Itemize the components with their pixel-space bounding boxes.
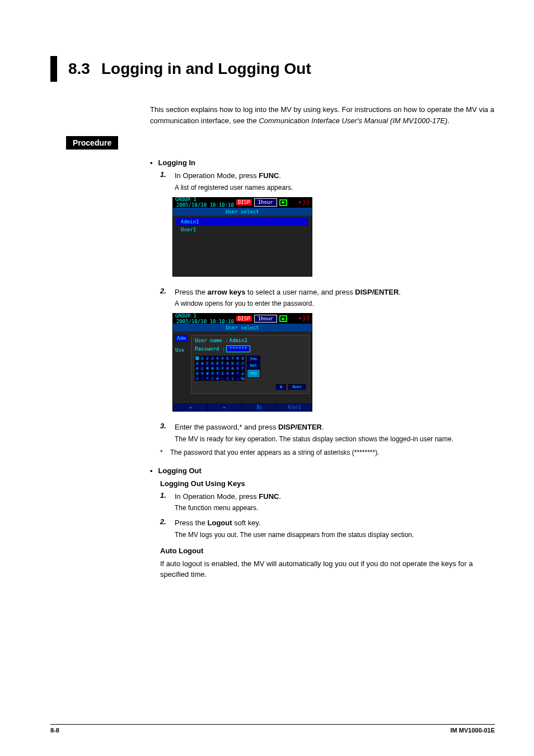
keyboard-side: Ins Del ENT — [247, 356, 260, 378]
ent-button[interactable]: ENT — [247, 369, 260, 378]
key-W[interactable]: W — [205, 371, 210, 376]
step-text: Press the — [175, 288, 208, 296]
ins-button[interactable]: Ins — [247, 356, 260, 362]
key-%[interactable]: % — [225, 371, 230, 376]
step-number: 2. — [160, 517, 169, 540]
key-D[interactable]: D — [210, 361, 215, 366]
shot-group-label: GROUP 1 — [175, 197, 234, 202]
key-O[interactable]: O — [215, 366, 220, 371]
key-K[interactable]: K — [195, 366, 200, 371]
user-item[interactable]: User1 — [176, 226, 308, 234]
shot-body: Admin1 User1 — [173, 216, 312, 276]
content: • Logging In 1. In Operation Mode, press… — [150, 158, 495, 580]
key-5[interactable]: 5 — [220, 356, 225, 361]
key-V[interactable]: V — [200, 371, 205, 376]
key-X[interactable]: X — [210, 371, 215, 376]
password-label: Password : — [195, 346, 225, 352]
keyboard-grid: 0123456789ABCDEFGHIJKLMNOPQRSTUVWXYZ%#°µ… — [195, 356, 245, 381]
logging-in-heading: Logging In — [158, 158, 195, 167]
fk-bs[interactable]: Bs — [242, 403, 277, 411]
key-4[interactable]: 4 — [215, 356, 220, 361]
step-number: 1. — [160, 170, 169, 193]
key-Y[interactable]: Y — [215, 371, 220, 376]
key-E[interactable]: E — [215, 361, 220, 366]
key-I[interactable]: I — [235, 361, 240, 366]
key-S[interactable]: S — [235, 366, 240, 371]
logging-out-heading: Logging Out — [158, 466, 202, 475]
key-B[interactable]: B — [200, 361, 205, 366]
key-0[interactable]: 0 — [195, 356, 200, 361]
user-item-selected[interactable]: Admin1 — [176, 218, 308, 226]
shot-bar: User select — [173, 324, 312, 332]
login-step-2: 2. Press the arrow keys to select a user… — [160, 287, 495, 309]
password-row: Password : ****** — [195, 346, 306, 352]
step-bold: arrow keys — [208, 288, 246, 296]
step-text: Enter the password,* and press — [175, 423, 278, 431]
key-2[interactable]: 2 — [205, 356, 210, 361]
key-6[interactable]: 6 — [225, 356, 230, 361]
key-+[interactable]: + — [195, 376, 200, 381]
key-([interactable]: ( — [225, 376, 230, 381]
key-_[interactable]: _ — [220, 376, 225, 381]
signal-icon: •)) — [298, 199, 310, 207]
key-C[interactable]: C — [205, 361, 210, 366]
key-N[interactable]: N — [210, 366, 215, 371]
intro-text-c: . — [447, 116, 449, 125]
step-text: In Operation Mode, press — [175, 492, 259, 501]
key-)[interactable]: ) — [230, 376, 235, 381]
shot-group: GROUP 1 2005/10/10 10:10:10 — [175, 197, 234, 208]
fk-right[interactable]: ► — [208, 403, 242, 411]
key-9[interactable]: 9 — [240, 356, 245, 361]
key-U[interactable]: U — [195, 371, 200, 376]
footnote-text: The password that you enter appears as a… — [170, 449, 380, 456]
key-H[interactable]: H — [230, 361, 235, 366]
shot-timestamp: 2005/10/10 10:10:10 — [176, 202, 234, 208]
password-input[interactable]: ****** — [226, 346, 250, 352]
key-M[interactable]: M — [205, 366, 210, 371]
key-Z[interactable]: Z — [220, 371, 225, 376]
step-number: 3. — [160, 422, 169, 444]
step-body: Press the arrow keys to select a user na… — [175, 287, 495, 309]
status-row: A Over — [195, 384, 306, 390]
fk-mode[interactable]: A/a/1 — [277, 403, 312, 411]
hour-badge: 1hour — [254, 198, 277, 207]
shot-group: GROUP 1 2005/10/10 10:10:10 — [175, 314, 234, 324]
key-G[interactable]: G — [225, 361, 230, 366]
key-F[interactable]: F — [220, 361, 225, 366]
key-8[interactable]: 8 — [235, 356, 240, 361]
intro-text-italic: Communication Interface User's Manual (I… — [259, 116, 447, 125]
key-T[interactable]: T — [240, 366, 245, 371]
page-footer: 8-8 IM MV1000-01E — [50, 724, 495, 734]
key-7[interactable]: 7 — [230, 356, 235, 361]
key-#[interactable]: # — [230, 371, 235, 376]
key-/[interactable]: / — [210, 376, 215, 381]
key-.[interactable]: . — [235, 376, 240, 381]
key-J[interactable]: J — [240, 361, 245, 366]
key-A[interactable]: A — [195, 361, 200, 366]
key-R[interactable]: R — [230, 366, 235, 371]
side-adm: Adm — [175, 335, 188, 342]
footnote: * The password that you enter appears as… — [160, 449, 495, 456]
key-*[interactable]: * — [205, 376, 210, 381]
step-bold: DISP/ENTER — [355, 288, 399, 296]
key-Q[interactable]: Q — [225, 366, 230, 371]
key-3[interactable]: 3 — [210, 356, 215, 361]
step-text: . — [279, 492, 281, 501]
step-text-c: . — [279, 171, 281, 180]
key-P[interactable]: P — [220, 366, 225, 371]
shot-bar: User select — [173, 208, 312, 216]
login-step-3: 3. Enter the password,* and press DISP/E… — [160, 422, 495, 444]
key-1[interactable]: 1 — [200, 356, 205, 361]
step-small: The function menu appears. — [175, 503, 495, 513]
step-body: In Operation Mode, press FUNC. A list of… — [175, 170, 495, 193]
key-Sp[interactable]: Sp — [240, 376, 245, 381]
key-L[interactable]: L — [200, 366, 205, 371]
key--[interactable]: - — [200, 376, 205, 381]
logout-step-1: 1. In Operation Mode, press FUNC. The fu… — [160, 491, 495, 514]
fk-left[interactable]: ◄ — [173, 403, 208, 411]
key-°[interactable]: ° — [235, 371, 240, 376]
key-#[interactable]: # — [215, 376, 220, 381]
key-µ[interactable]: µ — [240, 371, 245, 376]
del-button[interactable]: Del — [247, 362, 260, 369]
screenshot-password: GROUP 1 2005/10/10 10:10:10 DISP 1hour •… — [172, 313, 312, 412]
